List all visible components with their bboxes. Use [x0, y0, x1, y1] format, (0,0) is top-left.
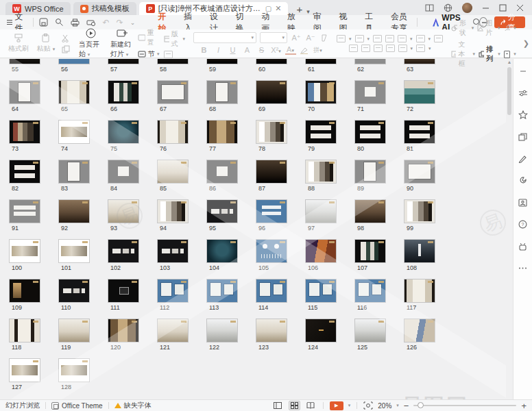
slide-thumbnail[interactable]	[355, 240, 385, 262]
more-icon[interactable]	[518, 263, 528, 273]
tab-template[interactable]: 找稿兔模板	[73, 2, 136, 15]
section-button[interactable]: 节 ▾	[138, 49, 160, 59]
minimize-icon[interactable]	[482, 4, 489, 12]
slide-thumbnail[interactable]	[355, 160, 385, 183]
slide-thumbnail[interactable]	[207, 160, 237, 183]
slide-thumbnail[interactable]	[207, 240, 237, 262]
slide-thumbnail[interactable]	[207, 81, 237, 103]
slide-thumbnail[interactable]	[355, 81, 385, 103]
slide-thumbnail[interactable]	[10, 81, 40, 103]
slide-thumbnail[interactable]	[256, 319, 287, 342]
slide-thumbnail[interactable]	[306, 160, 336, 183]
slide-thumbnail[interactable]	[108, 319, 138, 342]
zoom-chevron-icon[interactable]: ▾	[396, 403, 399, 408]
numbered-list-icon[interactable]	[355, 35, 364, 42]
layout-button[interactable]: 版式 ▾	[164, 29, 186, 49]
slide-thumbnail[interactable]	[108, 240, 138, 262]
slide-thumbnail[interactable]	[158, 160, 188, 183]
scrollbar-thumb[interactable]	[507, 67, 511, 115]
decrease-indent-icon[interactable]	[373, 35, 382, 42]
paste-button[interactable]: 粘贴 ▾	[34, 34, 58, 53]
zoom-slider-knob[interactable]	[418, 402, 424, 408]
slide-thumbnail[interactable]	[256, 279, 287, 302]
slide-thumbnail[interactable]	[404, 160, 435, 183]
font-family-combo[interactable]: ▾	[193, 32, 256, 43]
undo-icon[interactable]: ↶	[103, 18, 110, 27]
slide-thumbnail[interactable]	[207, 279, 237, 302]
slide-thumbnail[interactable]	[306, 240, 336, 262]
slide-thumbnail[interactable]	[10, 319, 40, 342]
align-left-icon[interactable]	[349, 45, 358, 52]
slide-thumbnail[interactable]	[306, 121, 336, 143]
slide-thumbnail[interactable]	[404, 319, 435, 342]
slide-thumbnail[interactable]	[158, 200, 188, 223]
slide-thumbnail[interactable]	[59, 200, 89, 223]
bullet-list-icon[interactable]	[337, 35, 346, 42]
fit-window-icon[interactable]	[363, 401, 373, 410]
slide-thumbnail[interactable]	[10, 121, 40, 143]
slide-thumbnail[interactable]	[256, 240, 287, 262]
slide-thumbnail[interactable]	[207, 200, 237, 223]
slide-thumbnail[interactable]	[59, 319, 89, 342]
copy-icon[interactable]	[62, 45, 71, 53]
materials-icon[interactable]	[518, 132, 528, 142]
slide-thumbnail[interactable]	[10, 240, 40, 262]
slide-thumbnail[interactable]	[59, 81, 89, 103]
slide-thumbnail[interactable]	[59, 279, 89, 302]
guide-icon[interactable]	[518, 197, 528, 208]
vertical-scrollbar[interactable]: ▲	[506, 59, 513, 399]
print-icon[interactable]	[71, 18, 80, 27]
slide-thumbnail[interactable]	[108, 279, 138, 302]
zoom-value[interactable]: 20%	[378, 402, 391, 410]
italic-icon[interactable]: I	[213, 46, 224, 54]
columns-icon[interactable]	[434, 35, 443, 42]
slide-thumbnail[interactable]	[10, 279, 40, 302]
quickbar-chevron-icon[interactable]: ⌄	[130, 19, 136, 26]
clear-format-icon[interactable]	[319, 34, 328, 42]
slide-thumbnail[interactable]	[256, 160, 287, 183]
slide-thumbnail[interactable]	[158, 319, 188, 342]
tools-icon[interactable]	[518, 175, 528, 186]
increase-font-icon[interactable]: A⁺	[291, 34, 302, 42]
increase-indent-icon[interactable]	[385, 35, 394, 42]
strikethrough-icon[interactable]: S	[256, 46, 267, 54]
slide-thumbnail[interactable]	[355, 279, 385, 302]
slide-thumbnail[interactable]	[108, 200, 138, 223]
slide-thumbnail[interactable]	[158, 59, 188, 64]
slide-thumbnail[interactable]	[108, 81, 138, 103]
new-slide-button[interactable]: 新建幻灯片 ▾	[110, 29, 134, 59]
slide-thumbnail[interactable]	[256, 121, 287, 143]
justify-icon[interactable]	[386, 45, 395, 52]
char-shading-icon[interactable]: A	[242, 46, 253, 54]
slide-thumbnail[interactable]	[355, 59, 385, 64]
avatar-insert-icon[interactable]	[504, 25, 511, 32]
highlight-color-icon[interactable]	[300, 47, 309, 54]
slide-sorter-view-button[interactable]	[289, 401, 300, 410]
text-direction-icon[interactable]	[398, 35, 407, 42]
play-from-page-button[interactable]: 当页开始 ▾	[79, 28, 102, 59]
missing-fonts-label[interactable]: 缺失字体	[124, 401, 152, 410]
split-window-icon[interactable]	[425, 4, 434, 12]
favorites-icon[interactable]	[518, 110, 528, 120]
align-center-icon[interactable]	[361, 45, 370, 52]
slide-thumbnail[interactable]	[404, 59, 435, 64]
help-icon[interactable]: ?	[518, 219, 528, 229]
slide-thumbnail[interactable]	[306, 319, 336, 342]
slide-thumbnail[interactable]	[108, 59, 138, 64]
slide-thumbnail[interactable]	[404, 121, 435, 143]
assistant-icon[interactable]	[518, 241, 528, 251]
slide-thumbnail[interactable]	[404, 279, 435, 302]
slide-thumbnail[interactable]	[404, 200, 435, 223]
picture-button[interactable]: 图片 ▾	[477, 18, 500, 38]
reading-view-button[interactable]	[305, 401, 317, 410]
slide-thumbnail[interactable]	[59, 59, 89, 64]
font-color-icon[interactable]: A▾	[285, 45, 296, 55]
slide-thumbnail[interactable]	[404, 240, 435, 262]
paragraph-dialog-icon[interactable]	[416, 45, 425, 52]
slide-thumbnail[interactable]	[158, 240, 188, 262]
superscript-icon[interactable]: X²▾	[271, 46, 282, 54]
slide-thumbnail[interactable]	[256, 81, 287, 103]
slide-thumbnail[interactable]	[10, 160, 40, 183]
redo-icon[interactable]: ↷	[117, 18, 123, 27]
collapse-icon[interactable]	[518, 66, 528, 76]
